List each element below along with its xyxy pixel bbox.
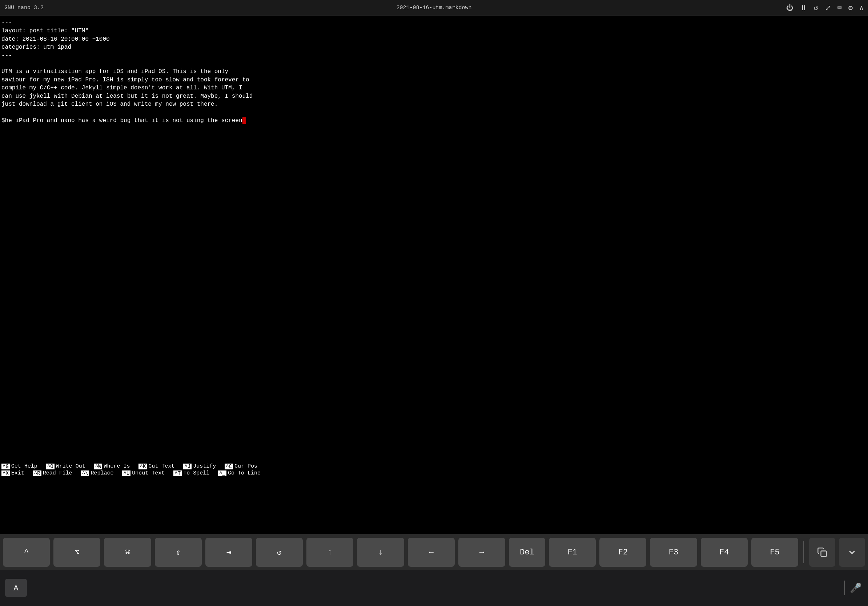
key-delete[interactable]: Del [509,538,545,567]
key-ctrl-t: ^T [174,470,182,476]
key-f3[interactable]: F3 [650,538,697,567]
label-justify: Justify [193,463,216,469]
key-ctrl-k: ^K [138,464,147,469]
key-ctrl-u: ^U [122,470,130,476]
key-f1[interactable]: F1 [549,538,596,567]
key-copy-icon[interactable] [809,538,835,567]
key-chevron-down-icon[interactable] [839,538,865,567]
menu-where-is[interactable]: ^W Where Is [94,463,130,469]
key-left-arrow[interactable]: ← [408,538,455,567]
key-alt[interactable]: ⌥ [53,538,100,567]
key-ctrl-j: ^J [183,464,192,469]
key-ctrl-x: ^X [2,470,10,476]
key-f2[interactable]: F2 [599,538,646,567]
key-ctrl-w: ^W [94,464,102,469]
key-tab[interactable]: ⇥ [205,538,252,567]
menu-row-2: ^X Exit ^R Read File ^\ Replace ^U Uncut… [2,470,866,476]
toolbar-icons: ⏻ ⏸ ↺ ⤢ ⌨ ⚙ ∧ [786,3,863,12]
label-write-out: Write Out [56,463,85,469]
power-icon[interactable]: ⏻ [786,4,794,12]
text-input[interactable] [31,579,840,597]
key-f4[interactable]: F4 [701,538,748,567]
key-right-arrow[interactable]: → [458,538,505,567]
menu-read-file[interactable]: ^R Read File [33,470,72,476]
language-button[interactable]: A [5,579,27,597]
microphone-button[interactable]: 🎤 [848,581,863,595]
menu-uncut-text[interactable]: ^U Uncut Text [122,470,165,476]
text-input-row: A 🎤 [0,570,868,606]
label-where-is: Where Is [104,463,130,469]
keyboard-separator [803,541,804,563]
key-up-arrow[interactable]: ↑ [307,538,353,567]
key-ctrl-c: ^C [225,464,233,469]
label-cut-text: Cut Text [148,463,175,469]
key-ctrl-backslash: ^\ [81,470,90,476]
svg-rect-0 [821,551,826,557]
chevron-up-icon[interactable]: ∧ [859,3,863,12]
label-go-to-line: Go To Line [228,470,260,476]
text-cursor [242,117,246,124]
nano-menu-bar: ^G Get Help ^O Write Out ^W Where Is ^K … [0,461,868,479]
function-key-row: ^ ⌥ ⌘ ⇧ ⇥ ↺ ↑ ↓ ← → Del F1 F2 F3 F4 F5 [0,534,868,570]
label-replace: Replace [90,470,113,476]
label-read-file: Read File [43,470,72,476]
key-caret[interactable]: ^ [3,538,50,567]
key-down-arrow[interactable]: ↓ [357,538,404,567]
key-ctrl-underscore: ^_ [218,470,226,476]
keyboard-icon[interactable]: ⌨ [837,3,842,12]
editor-content[interactable]: --- layout: post title: "UTM" date: 2021… [0,16,868,461]
menu-justify[interactable]: ^J Justify [183,463,216,469]
label-to-spell: To Spell [183,470,209,476]
pause-icon[interactable]: ⏸ [800,4,807,12]
menu-replace[interactable]: ^\ Replace [81,470,114,476]
file-name: 2021-08-16-utm.markdown [396,5,471,11]
title-bar: GNU nano 3.2 2021-08-16-utm.markdown ⏻ ⏸… [0,0,868,16]
menu-cut-text[interactable]: ^K Cut Text [138,463,175,469]
label-exit: Exit [11,470,24,476]
refresh-icon[interactable]: ↺ [814,3,818,12]
label-get-help: Get Help [11,463,37,469]
lang-label: A [14,584,18,592]
input-divider [844,581,845,595]
menu-cur-pos[interactable]: ^C Cur Pos [225,463,257,469]
menu-go-to-line[interactable]: ^_ Go To Line [218,470,260,476]
key-f5[interactable]: F5 [751,538,798,567]
key-ctrl-o: ^O [46,464,54,469]
label-uncut-text: Uncut Text [132,470,165,476]
key-undo[interactable]: ↺ [256,538,303,567]
virtual-keyboard: ^ ⌥ ⌘ ⇧ ⇥ ↺ ↑ ↓ ← → Del F1 F2 F3 F4 F5 [0,534,868,606]
app-name: GNU nano 3.2 [5,5,43,11]
menu-row-1: ^G Get Help ^O Write Out ^W Where Is ^K … [2,463,866,469]
key-shift[interactable]: ⇧ [155,538,202,567]
key-ctrl-g: ^G [2,464,10,469]
label-cur-pos: Cur Pos [234,463,257,469]
menu-write-out[interactable]: ^O Write Out [46,463,85,469]
menu-exit[interactable]: ^X Exit [2,470,24,476]
key-cmd[interactable]: ⌘ [104,538,151,567]
settings-icon[interactable]: ⚙ [848,3,853,12]
key-ctrl-r: ^R [33,470,42,476]
resize-icon[interactable]: ⤢ [825,3,831,12]
menu-to-spell[interactable]: ^T To Spell [174,470,209,476]
menu-get-help[interactable]: ^G Get Help [2,463,37,469]
